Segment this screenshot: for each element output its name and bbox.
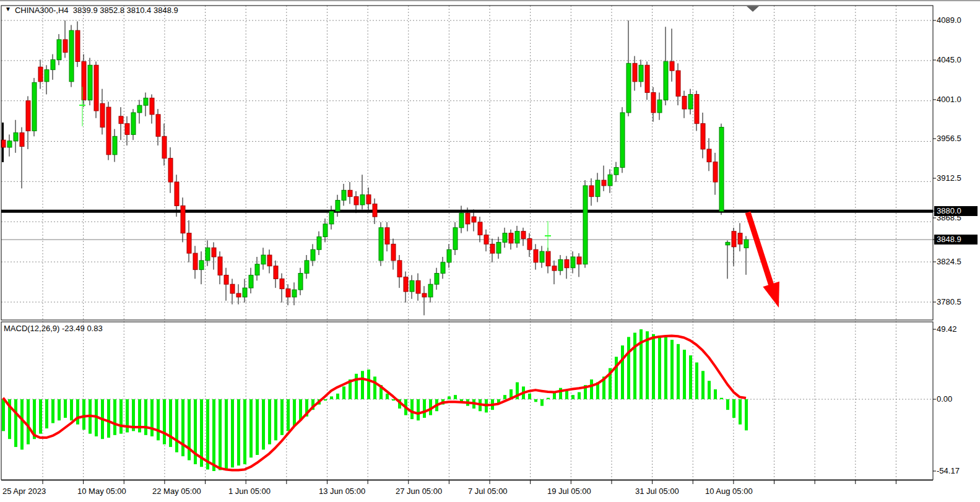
macd-histogram-bar: [280, 399, 284, 435]
macd-histogram-bar: [578, 392, 581, 399]
candle-body: [701, 124, 705, 149]
candle-body: [267, 255, 272, 266]
candle-body: [435, 274, 439, 285]
candle-body: [336, 201, 340, 212]
macd-histogram-bar: [51, 399, 54, 423]
macd-histogram-bar: [627, 337, 630, 399]
candle-body: [106, 107, 111, 155]
candle-body: [212, 248, 216, 257]
candle-body: [255, 264, 259, 275]
candle-body: [651, 93, 656, 113]
candle-body: [119, 116, 123, 124]
candle-body: [156, 115, 160, 136]
macd-histogram-bar: [373, 376, 376, 399]
symbol-dropdown-icon[interactable]: ▼: [5, 6, 11, 12]
macd-histogram-bar: [695, 363, 698, 399]
candle-body: [199, 261, 204, 270]
candle-body: [236, 293, 241, 297]
candle-body: [515, 232, 519, 243]
macd-axis-label: 0.00: [937, 394, 952, 404]
macd-histogram-bar: [367, 370, 370, 399]
candle-body: [20, 132, 24, 146]
candle-body: [63, 40, 67, 53]
macd-histogram-bar: [293, 399, 296, 426]
macd-histogram-bar: [503, 395, 506, 399]
macd-histogram-bar: [212, 399, 215, 471]
macd-histogram-bar: [113, 399, 116, 435]
candle-body: [329, 211, 334, 224]
candle-body: [546, 251, 550, 266]
macd-histogram-bar: [423, 399, 426, 418]
candle-body: [379, 228, 383, 261]
macd-histogram-bar: [157, 399, 160, 440]
candle-body: [620, 113, 625, 167]
macd-histogram-bar: [262, 399, 265, 449]
candle-body: [261, 255, 266, 264]
macd-histogram-bar: [274, 399, 277, 440]
candle-body: [441, 262, 445, 274]
candle-body: [503, 233, 507, 243]
candle-body: [583, 186, 588, 264]
candle-body: [732, 232, 736, 247]
macd-histogram-bar: [726, 399, 729, 410]
candle-body: [695, 94, 699, 123]
candle-body: [298, 274, 303, 290]
trend-arrow-head: [763, 282, 779, 308]
candle-body: [144, 98, 148, 105]
candle-body: [726, 242, 730, 245]
candle-body: [150, 98, 154, 115]
candle-body: [509, 233, 513, 243]
trend-arrow-shaft: [748, 212, 771, 285]
macd-histogram-bar: [392, 399, 395, 400]
macd-histogram-bar: [745, 399, 748, 430]
candle-body: [497, 242, 501, 253]
price-axis-label: 3912.5: [937, 173, 961, 183]
macd-histogram-bar: [324, 399, 327, 400]
candle-body: [305, 261, 309, 274]
macd-histogram-bar: [565, 391, 568, 399]
macd-histogram-bar: [2, 399, 5, 431]
macd-histogram-bar: [206, 399, 209, 469]
macd-histogram-bar: [739, 399, 742, 425]
macd-histogram-bar: [76, 399, 79, 425]
candle-body: [224, 275, 228, 284]
candle-body: [682, 96, 687, 109]
candle-body: [466, 213, 470, 224]
candle-body: [571, 257, 575, 268]
candle-body: [459, 213, 464, 228]
candle-body: [490, 244, 495, 253]
time-axis-label: 31 Jul 05:00: [635, 487, 679, 496]
time-axis-label: 10 May 05:00: [77, 487, 126, 496]
candle-body: [57, 40, 61, 59]
candle-body: [422, 293, 427, 297]
candle-body: [360, 195, 365, 205]
time-axis-label: 1 Jun 05:00: [228, 487, 271, 496]
candle-body: [218, 257, 222, 275]
candle-body: [113, 136, 117, 154]
macd-histogram-bar: [590, 379, 593, 399]
candle-body: [69, 30, 74, 82]
candle-body: [676, 71, 680, 96]
candle-body: [342, 190, 346, 200]
macd-histogram-bar: [571, 395, 575, 399]
candle-body: [521, 232, 526, 239]
time-axis-label: 7 Jul 05:00: [468, 487, 508, 496]
macd-histogram-bar: [454, 395, 457, 399]
candle-body: [614, 167, 618, 175]
macd-histogram-bar: [547, 398, 550, 399]
main-pane-border[interactable]: [1, 6, 933, 320]
time-axis-label: 22 May 05:00: [152, 487, 201, 496]
chart-canvas[interactable]: [0, 0, 980, 502]
macd-histogram-bar: [689, 355, 692, 399]
macd-histogram-bar: [670, 340, 674, 399]
last-bar-marker-icon[interactable]: [747, 6, 759, 12]
candle-body: [552, 266, 557, 270]
macd-histogram-bar: [150, 399, 154, 436]
time-axis-label: 13 Jun 05:00: [319, 487, 365, 496]
candle-body: [397, 261, 402, 277]
macd-histogram-bar: [640, 329, 643, 399]
candle-body: [391, 244, 396, 261]
macd-histogram-bar: [107, 399, 110, 438]
candle-body: [45, 70, 49, 82]
macd-histogram-bar: [714, 389, 717, 399]
